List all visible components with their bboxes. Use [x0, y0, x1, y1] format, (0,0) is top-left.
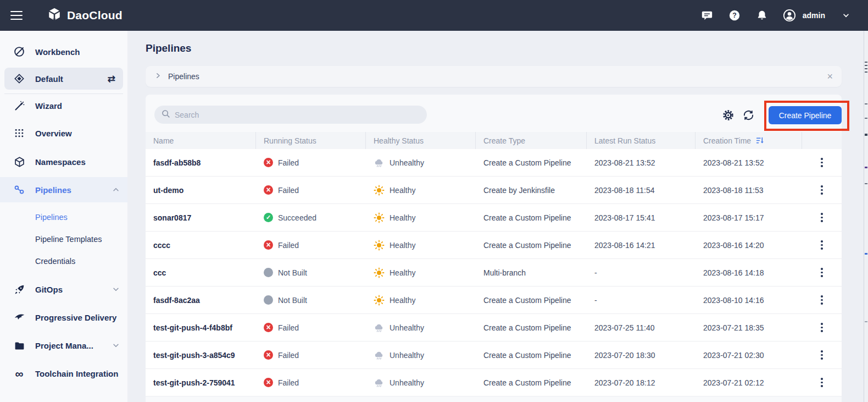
- table-header: Name Running Status Healthy Status Creat…: [146, 132, 842, 149]
- pipeline-name[interactable]: ut-demo: [146, 177, 256, 203]
- create-type-cell: Create a Custom Pipeline: [476, 287, 587, 313]
- running-status-label: Failed: [278, 158, 299, 167]
- table-row[interactable]: fasdf-8ac2aa Not Built Healthy Create a …: [146, 287, 842, 314]
- actions-cell: [802, 149, 842, 176]
- chevron-down-icon[interactable]: [112, 285, 120, 293]
- running-status-icon: [264, 213, 273, 222]
- sidebar-item-pipelines[interactable]: Pipelines: [0, 177, 127, 202]
- actions-cell: [802, 369, 842, 396]
- menu-icon[interactable]: [10, 8, 23, 23]
- table-row[interactable]: test-git-push-3-a854c9 Failed Unhealthy …: [146, 342, 842, 369]
- table-row[interactable]: fasdf-ab58b8 Failed Unhealthy Create a C…: [146, 149, 842, 177]
- latest-run-status-cell: 2023-08-18 11:54: [587, 177, 695, 203]
- search-input[interactable]: [175, 111, 420, 119]
- pipeline-name[interactable]: ccc: [146, 259, 256, 286]
- create-pipeline-button[interactable]: Create Pipeline: [769, 106, 842, 124]
- pipeline-name[interactable]: fasdf-ab58b8: [146, 149, 256, 176]
- sidebar-item-gitops[interactable]: GitOps: [0, 277, 127, 301]
- pipeline-name[interactable]: test-git-push-2-759041: [146, 369, 256, 396]
- sidebar-item-toolchain-integration[interactable]: ∞ Toolchain Integration: [0, 361, 127, 386]
- sidebar-item-workbench[interactable]: Workbench: [0, 40, 127, 64]
- column-header-latest-run-status[interactable]: Latest Run Status: [587, 132, 695, 149]
- kebab-menu-icon[interactable]: [816, 239, 827, 252]
- table-row[interactable]: test-git-push-4-f4b8bf Failed Unhealthy …: [146, 314, 842, 342]
- create-type-cell: Create a Custom Pipeline: [476, 342, 587, 368]
- kebab-menu-icon[interactable]: [816, 349, 827, 362]
- pipeline-name[interactable]: test-git-push-4-f4b8bf: [146, 314, 256, 341]
- sun-healthy-icon: [374, 240, 385, 251]
- kebab-menu-icon[interactable]: [816, 294, 827, 307]
- close-icon[interactable]: ×: [827, 71, 833, 81]
- workbench-icon: [13, 46, 25, 58]
- healthy-status-label: Healthy: [390, 186, 415, 195]
- creation-time-cell: 2023-08-18 11:53: [695, 177, 802, 203]
- column-header-name[interactable]: Name: [146, 132, 256, 149]
- create-type-cell: Multi-branch: [476, 259, 587, 286]
- create-type-cell: Create a Custom Pipeline: [476, 314, 587, 341]
- kebab-menu-icon[interactable]: [816, 156, 827, 169]
- table-row[interactable]: ut-demo Failed Healthy Create by Jenkins…: [146, 177, 842, 204]
- sidebar-item-label: Default: [35, 74, 63, 84]
- sort-descending-icon[interactable]: [755, 136, 765, 145]
- running-status-icon: [264, 158, 273, 167]
- kebab-menu-icon[interactable]: [816, 321, 827, 334]
- column-header-running-status[interactable]: Running Status: [256, 132, 366, 149]
- scrollbar-mark: [865, 253, 867, 255]
- sidebar-item-project-management[interactable]: Project Mana...: [0, 333, 127, 357]
- sidebar-item-wizard[interactable]: Wizard: [0, 93, 127, 118]
- kebab-menu-icon[interactable]: [816, 211, 827, 224]
- sidebar-subitem-credentials[interactable]: Credentials: [0, 250, 127, 272]
- column-header-creation-time[interactable]: Creation Time: [695, 132, 802, 149]
- table-row[interactable]: ccc Not Built Healthy Multi-branch - 202…: [146, 259, 842, 287]
- chevron-up-icon[interactable]: [112, 186, 120, 194]
- sidebar-subitem-pipelines[interactable]: Pipelines: [0, 206, 127, 228]
- running-status-icon: [264, 185, 273, 195]
- pipeline-name[interactable]: sonar0817: [146, 204, 256, 231]
- brand[interactable]: DaoCloud: [47, 7, 123, 24]
- breadcrumb-item[interactable]: Pipelines: [168, 72, 199, 81]
- running-status-label: Failed: [278, 186, 299, 195]
- toolbar: Create Pipeline: [146, 95, 842, 132]
- sidebar-item-label: Pipelines: [35, 185, 71, 195]
- search-box[interactable]: [154, 106, 427, 124]
- chevron-down-icon[interactable]: [839, 9, 853, 22]
- running-status-cell: Succeeded: [256, 204, 366, 231]
- actions-cell: [802, 287, 842, 313]
- switch-workspace-icon[interactable]: ⇄: [108, 73, 115, 85]
- sidebar-subitem-pipeline-templates[interactable]: Pipeline Templates: [0, 228, 127, 250]
- kebab-menu-icon[interactable]: [816, 266, 827, 279]
- chevron-down-icon[interactable]: [112, 342, 120, 349]
- running-status-cell: Failed: [256, 149, 366, 176]
- sidebar-item-default-workspace[interactable]: Default ⇄: [4, 68, 123, 90]
- running-status-cell: Not Built: [256, 259, 366, 286]
- gear-icon[interactable]: [722, 109, 734, 121]
- avatar[interactable]: [783, 9, 796, 22]
- sidebar-item-label: Namespaces: [35, 157, 86, 167]
- refresh-icon[interactable]: [742, 109, 754, 121]
- sun-healthy-icon: [374, 295, 385, 306]
- column-header-healthy-status[interactable]: Healthy Status: [366, 132, 476, 149]
- pipeline-name[interactable]: fasdf-8ac2aa: [146, 287, 256, 313]
- sidebar-item-progressive-delivery[interactable]: Progressive Delivery: [0, 305, 127, 329]
- kebab-menu-icon[interactable]: [816, 184, 827, 197]
- creation-time-cell: 2023-08-17 15:17: [695, 204, 802, 231]
- main-content: Pipelines Pipelines ×: [127, 31, 864, 402]
- pipeline-name[interactable]: test-git-push-3-a854c9: [146, 342, 256, 368]
- message-icon[interactable]: [700, 9, 714, 22]
- scrollbar-mark: [865, 68, 867, 69]
- scrollbar[interactable]: [864, 31, 868, 402]
- column-header-create-type[interactable]: Create Type: [476, 132, 587, 149]
- kebab-menu-icon[interactable]: [816, 376, 827, 389]
- help-icon[interactable]: ?: [728, 9, 741, 22]
- sidebar-item-namespaces[interactable]: Namespaces: [0, 150, 127, 174]
- bell-icon[interactable]: [755, 9, 769, 22]
- pipelines-panel: Create Pipeline Name Running Status Heal…: [146, 95, 842, 402]
- healthy-status-label: Healthy: [390, 268, 415, 277]
- running-status-icon: [264, 295, 273, 305]
- sidebar-item-overview[interactable]: Overview: [0, 121, 127, 145]
- table-row[interactable]: sonar0817 Succeeded Healthy Create a Cus…: [146, 204, 842, 232]
- table-row[interactable]: cccc Failed Healthy Create a Custom Pipe…: [146, 232, 842, 259]
- pipeline-name[interactable]: cccc: [146, 232, 256, 258]
- sidebar-item-label: Pipeline Templates: [35, 235, 102, 244]
- table-row[interactable]: test-git-push-2-759041 Failed Unhealthy …: [146, 369, 842, 397]
